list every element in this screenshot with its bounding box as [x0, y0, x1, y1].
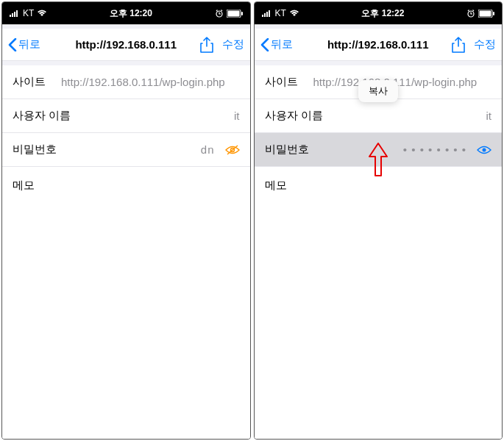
nav-bar: 뒤로 http://192.168.0.111 수정	[2, 29, 250, 61]
svg-rect-6	[227, 10, 239, 16]
edit-button[interactable]: 수정	[222, 37, 244, 51]
svg-rect-3	[16, 10, 18, 17]
username-row[interactable]: 사용자 이름 it 복사	[255, 99, 503, 133]
eye-icon[interactable]	[477, 145, 491, 155]
svg-rect-17	[493, 12, 494, 15]
username-value: it	[71, 110, 239, 122]
svg-rect-13	[269, 10, 270, 17]
svg-point-18	[483, 148, 486, 151]
memo-label: 메모	[265, 179, 287, 193]
password-value: • • • • • • • •	[309, 143, 473, 156]
chevron-left-icon	[260, 38, 269, 51]
page-title: http://192.168.0.111	[75, 38, 177, 51]
chevron-left-icon	[8, 38, 17, 51]
alarm-icon	[466, 9, 475, 18]
username-label: 사용자 이름	[13, 109, 71, 123]
status-bar: KT 오후 12:22	[255, 2, 503, 24]
share-icon	[200, 37, 213, 53]
signal-icon	[10, 10, 20, 17]
details-list: 사이트 http://192.168.0.111/wp-login.php 사용…	[2, 65, 250, 439]
share-icon	[452, 37, 465, 53]
password-row[interactable]: 비밀번호 • • • • • • • •	[255, 133, 503, 167]
memo-row[interactable]: 메모	[2, 167, 250, 204]
phone-screen-left: KT 오후 12:20 뒤로 http://192.168.0.111 수정	[1, 1, 251, 440]
nav-bar: 뒤로 http://192.168.0.111 수정	[255, 29, 503, 61]
memo-row[interactable]: 메모	[255, 167, 503, 204]
svg-rect-1	[12, 13, 13, 17]
copy-label: 복사	[369, 85, 388, 96]
svg-rect-16	[480, 10, 491, 16]
username-value: it	[323, 110, 491, 122]
share-button[interactable]	[200, 37, 213, 53]
username-label: 사용자 이름	[265, 109, 323, 123]
password-value: dn	[57, 143, 221, 156]
phone-screen-right: KT 오후 12:22 뒤로 http://192.168.0.111 수정	[254, 1, 503, 440]
svg-rect-2	[14, 12, 15, 17]
carrier-label: KT	[23, 8, 34, 18]
status-bar: KT 오후 12:20	[2, 2, 250, 24]
back-button[interactable]: 뒤로	[260, 37, 293, 51]
svg-rect-0	[10, 15, 11, 17]
memo-label: 메모	[13, 179, 35, 193]
copy-popover[interactable]: 복사	[358, 80, 398, 102]
svg-rect-7	[241, 12, 243, 15]
svg-rect-10	[262, 15, 263, 17]
carrier-label: KT	[275, 8, 286, 18]
wifi-icon	[289, 10, 299, 17]
wifi-icon	[37, 10, 47, 17]
site-value: http://192.168.0.111/wp-login.php	[61, 76, 240, 88]
alarm-icon	[215, 9, 224, 18]
back-label: 뒤로	[18, 37, 40, 51]
battery-icon	[227, 10, 243, 18]
password-label: 비밀번호	[265, 143, 309, 157]
site-value: http://192.168.0.111/wp-login.php	[313, 76, 492, 88]
back-button[interactable]: 뒤로	[8, 37, 40, 51]
share-button[interactable]	[452, 37, 465, 53]
site-label: 사이트	[13, 75, 55, 89]
svg-rect-12	[266, 12, 268, 17]
password-row[interactable]: 비밀번호 dn	[2, 133, 250, 167]
status-time: 오후 12:20	[110, 7, 152, 20]
battery-icon	[478, 10, 494, 18]
status-time: 오후 12:22	[361, 7, 404, 20]
username-row[interactable]: 사용자 이름 it	[2, 99, 250, 133]
password-label: 비밀번호	[13, 143, 57, 157]
page-title: http://192.168.0.111	[327, 38, 429, 51]
site-label: 사이트	[265, 75, 308, 89]
svg-rect-11	[264, 13, 266, 17]
signal-icon	[262, 10, 272, 17]
back-label: 뒤로	[271, 37, 293, 51]
edit-button[interactable]: 수정	[474, 37, 496, 51]
eye-hidden-icon[interactable]	[225, 145, 240, 155]
details-list: 사이트 http://192.168.0.111/wp-login.php 사용…	[255, 65, 503, 439]
site-row[interactable]: 사이트 http://192.168.0.111/wp-login.php	[2, 65, 250, 99]
